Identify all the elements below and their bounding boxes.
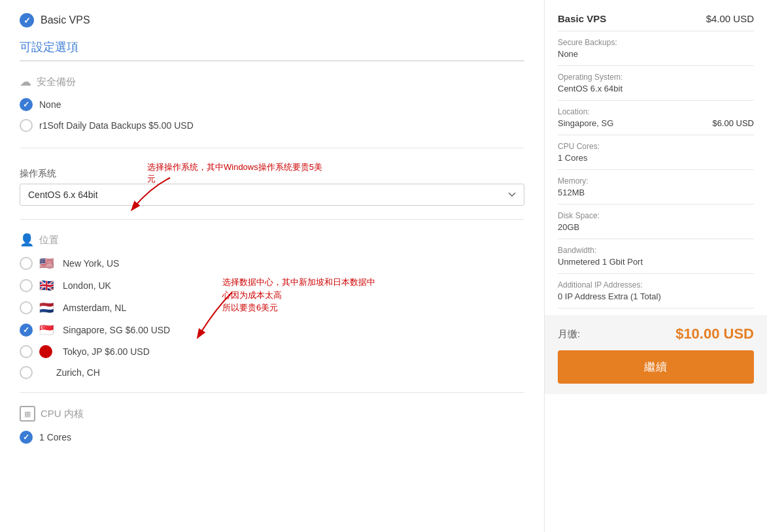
sidebar-product-name: Basic VPS <box>558 13 606 24</box>
sidebar-ip-detail: Additional IP Addresses: 0 IP Address Ex… <box>558 274 754 308</box>
location-amsterdam-radio[interactable] <box>20 301 33 314</box>
sidebar-total-section: 月缴: $10.00 USD 繼續 <box>545 315 767 394</box>
secure-backups-section: ☁ 安全備份 None r1Soft Daily Data Backups $5… <box>20 75 524 132</box>
secure-backups-header: ☁ 安全備份 <box>20 75 524 89</box>
sidebar-disk-detail: Disk Space: 20GB <box>558 205 754 239</box>
backup-none-option[interactable]: None <box>20 98 524 111</box>
backup-none-label: None <box>39 99 61 110</box>
location-amsterdam-label: Amsterdam, NL <box>63 303 126 313</box>
location-zurich-label: Zurich, CH <box>56 367 100 378</box>
sidebar-product-price: $4.00 USD <box>706 13 754 24</box>
os-label: 操作系统 <box>20 168 524 180</box>
location-singapore-option[interactable]: 🇸🇬 Singapore, SG $6.00 USD <box>20 323 524 337</box>
sidebar-backups-label: Secure Backups: <box>558 38 754 47</box>
sidebar-total-row: 月缴: $10.00 USD <box>558 315 754 350</box>
sidebar-cpu-detail: CPU Cores: 1 Cores <box>558 135 754 170</box>
location-ny-radio[interactable] <box>20 257 33 270</box>
tokyo-flag-icon <box>39 345 52 358</box>
backup-none-radio[interactable] <box>20 98 33 111</box>
backup-r1soft-label: r1Soft Daily Data Backups $5.00 USD <box>39 120 194 131</box>
sidebar-backups-detail: Secure Backups: None <box>558 31 754 66</box>
os-section: 选择操作系统，其中Windows操作系统要贵5美元 操作系统 CentOS 6.… <box>20 168 524 206</box>
location-singapore-radio[interactable] <box>20 324 33 337</box>
sidebar-ip-label: Additional IP Addresses: <box>558 280 754 290</box>
location-london-radio[interactable] <box>20 279 33 292</box>
location-icon: 👤 <box>20 233 34 247</box>
continue-button[interactable]: 繼續 <box>558 350 754 384</box>
cpu-header: ▦ CPU 内核 <box>20 406 524 422</box>
sidebar-ip-value: 0 IP Address Extra (1 Total) <box>558 291 754 301</box>
os-form-group: 操作系统 CentOS 6.x 64bit CentOS 7.x 64bit U… <box>20 168 524 206</box>
location-amsterdam-option[interactable]: 🇳🇱 Amsterdam, NL <box>20 301 524 315</box>
sidebar-bandwidth-label: Bandwidth: <box>558 246 754 255</box>
sidebar-os-value: CentOS 6.x 64bit <box>558 84 754 93</box>
product-title: Basic VPS <box>41 14 90 26</box>
location-london-option[interactable]: 🇬🇧 London, UK <box>20 278 524 293</box>
sidebar-backups-value: None <box>558 49 754 59</box>
location-ny-option[interactable]: 🇺🇸 New York, US <box>20 256 524 271</box>
location-tokyo-radio[interactable] <box>20 345 33 358</box>
sidebar-location-detail: Location: Singapore, SG $6.00 USD <box>558 101 754 135</box>
order-summary-sidebar: Basic VPS $4.00 USD Secure Backups: None… <box>545 0 767 532</box>
backup-r1soft-option[interactable]: r1Soft Daily Data Backups $5.00 USD <box>20 119 524 132</box>
secure-backups-label: 安全備份 <box>37 76 76 88</box>
location-london-label: London, UK <box>63 280 111 291</box>
sidebar-bandwidth-value: Unmetered 1 Gbit Port <box>558 257 754 267</box>
section-title: 可設定選項 <box>20 39 524 61</box>
ny-flag-icon: 🇺🇸 <box>39 256 54 271</box>
sidebar-memory-value: 512MB <box>558 188 754 197</box>
sidebar-location-value: Singapore, SG $6.00 USD <box>558 118 754 128</box>
sidebar-location-label: Location: <box>558 107 754 116</box>
location-ny-label: New York, US <box>63 258 119 269</box>
cpu-icon: ▦ <box>20 406 35 422</box>
cpu-1core-option[interactable]: 1 Cores <box>20 431 524 444</box>
location-zurich-option[interactable]: Zurich, CH <box>20 366 524 379</box>
location-tokyo-label: Tokyo, JP $6.00 USD <box>63 346 150 357</box>
sidebar-monthly-label: 月缴: <box>558 328 580 341</box>
singapore-flag-icon: 🇸🇬 <box>39 323 54 337</box>
location-section: 👤 位置 选择数据中心，其中新加坡和日本数据中心因为成本太高所以要贵6美元 <box>20 233 524 379</box>
location-tokyo-option[interactable]: Tokyo, JP $6.00 USD <box>20 345 524 358</box>
sidebar-memory-label: Memory: <box>558 176 754 186</box>
sidebar-memory-detail: Memory: 512MB <box>558 170 754 205</box>
sidebar-monthly-price: $10.00 USD <box>675 325 754 342</box>
location-header: 👤 位置 <box>20 233 524 247</box>
os-select[interactable]: CentOS 6.x 64bit CentOS 7.x 64bit Ubuntu… <box>20 184 524 206</box>
sidebar-os-detail: Operating System: CentOS 6.x 64bit <box>558 66 754 101</box>
sidebar-disk-value: 20GB <box>558 222 754 232</box>
amsterdam-flag-icon: 🇳🇱 <box>39 301 54 315</box>
sidebar-cpu-label: CPU Cores: <box>558 142 754 151</box>
backup-r1soft-radio[interactable] <box>20 119 33 132</box>
product-check-icon <box>20 13 34 27</box>
cpu-1core-radio[interactable] <box>20 431 33 444</box>
sidebar-cpu-value: 1 Cores <box>558 153 754 163</box>
cpu-section: ▦ CPU 内核 1 Cores <box>20 406 524 444</box>
location-label: 位置 <box>39 234 59 246</box>
secure-backups-icon: ☁ <box>20 75 31 89</box>
cpu-label: CPU 内核 <box>41 408 84 420</box>
location-singapore-label: Singapore, SG $6.00 USD <box>63 325 170 335</box>
sidebar-bandwidth-detail: Bandwidth: Unmetered 1 Gbit Port <box>558 239 754 274</box>
cpu-1core-label: 1 Cores <box>39 432 71 442</box>
product-header: Basic VPS <box>20 13 524 27</box>
sidebar-disk-label: Disk Space: <box>558 211 754 220</box>
sidebar-os-label: Operating System: <box>558 73 754 82</box>
location-zurich-radio[interactable] <box>20 366 33 379</box>
london-flag-icon: 🇬🇧 <box>39 278 54 293</box>
sidebar-product-row: Basic VPS $4.00 USD <box>558 7 754 31</box>
